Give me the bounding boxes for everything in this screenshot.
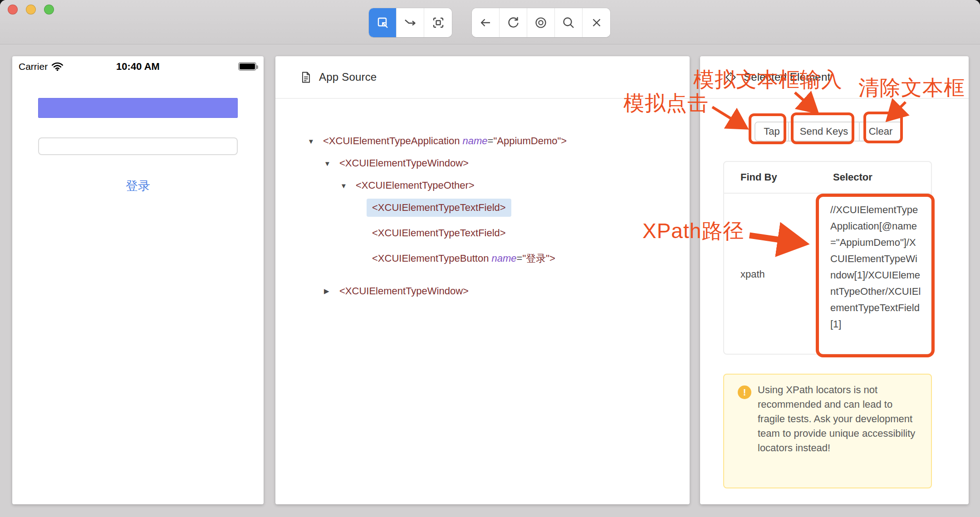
tree-node-label: <XCUIElementTypeWindow>: [334, 154, 474, 172]
tree-node[interactable]: <XCUIElementTypeTextField>: [275, 223, 690, 243]
status-bar-time: 10:40 AM: [12, 61, 264, 73]
back-button[interactable]: [472, 8, 500, 37]
find-by-value: xpath: [724, 194, 819, 355]
device-screenshot-panel[interactable]: Carrier 10:40 AM 登录: [12, 56, 264, 504]
battery-icon: [238, 62, 256, 71]
quit-session-button[interactable]: [583, 8, 610, 37]
selected-element-panel: Selected Element Tap Send Keys Clear Fin…: [700, 56, 969, 504]
tree-node[interactable]: <XCUIElementTypeTextField>: [275, 198, 690, 218]
xpath-selector-value: //XCUIElementTypeApplication[@name="Appi…: [830, 202, 922, 332]
selector-header: Selector: [819, 171, 872, 183]
tree-node[interactable]: <XCUIElementTypeButton name="登录">: [275, 249, 690, 268]
locator-table-header: Find By Selector: [724, 162, 931, 194]
toolbar-group-2: [472, 8, 610, 37]
refresh-source-button[interactable]: [500, 8, 527, 37]
toolbar-group-1: [369, 8, 452, 37]
back-icon: [478, 15, 493, 30]
minimize-window-button[interactable]: [26, 5, 36, 15]
swipe-by-coordinates-button[interactable]: [397, 8, 424, 37]
close-window-button[interactable]: [8, 5, 18, 15]
tree-node[interactable]: ▼<XCUIElementTypeWindow>: [275, 153, 690, 173]
titlebar: [0, 0, 980, 44]
tree-node-label: <XCUIElementTypeButton name="登录">: [367, 249, 561, 268]
search-for-element-button[interactable]: [555, 8, 583, 37]
appium-inspector-window: Carrier 10:40 AM 登录: [0, 0, 980, 517]
selected-element-header: Selected Element: [700, 56, 969, 99]
main-content: Carrier 10:40 AM 登录: [0, 44, 980, 517]
exclamation-circle-icon: !: [738, 385, 751, 399]
tree-node-label: <XCUIElementTypeTextField>: [367, 224, 511, 242]
quit-session-icon: [589, 15, 604, 30]
app-source-header: App Source: [275, 56, 690, 99]
screenshot-eye-icon: [534, 15, 548, 30]
source-tree: ▼<XCUIElementTypeApplication name="Appiu…: [275, 99, 690, 301]
app-source-title: App Source: [319, 71, 377, 83]
tree-node-label: <XCUIElementTypeWindow>: [334, 282, 474, 300]
tree-node[interactable]: ▶<XCUIElementTypeWindow>: [275, 281, 690, 301]
clear-button[interactable]: Clear: [860, 122, 902, 141]
highlighted-textfield[interactable]: [38, 98, 238, 118]
refresh-source-icon: [506, 15, 520, 30]
tap-button[interactable]: Tap: [755, 122, 789, 141]
send-keys-button[interactable]: Send Keys: [789, 122, 860, 141]
second-textfield[interactable]: [38, 137, 238, 155]
select-elements-button[interactable]: [369, 8, 397, 37]
tap-by-coordinates-button[interactable]: [424, 8, 452, 37]
xpath-warning-alert: ! Using XPath locators is not recommende…: [723, 374, 932, 488]
locator-table: Find By Selector xpath //XCUIElementType…: [723, 161, 932, 355]
app-source-panel: App Source ▼<XCUIElementTypeApplication …: [275, 56, 690, 504]
tag-icon: [725, 71, 737, 83]
swipe-by-coordinates-icon: [403, 15, 417, 30]
tree-node-label: <XCUIElementTypeOther>: [350, 176, 480, 195]
tree-node-label: <XCUIElementTypeApplication name="Appium…: [318, 132, 572, 150]
screenshot-eye-button[interactable]: [527, 8, 555, 37]
selected-element-title: Selected Element: [744, 71, 830, 83]
select-elements-icon: [375, 15, 390, 30]
find-by-header: Find By: [724, 171, 819, 183]
locator-table-row[interactable]: xpath //XCUIElementTypeApplication[@name…: [724, 194, 931, 355]
device-status-bar: Carrier 10:40 AM: [12, 60, 264, 73]
tap-by-coordinates-icon: [431, 15, 446, 30]
tree-node[interactable]: ▼<XCUIElementTypeOther>: [275, 176, 690, 195]
tree-node[interactable]: ▼<XCUIElementTypeApplication name="Appiu…: [275, 131, 690, 151]
element-actions-group: Tap Send Keys Clear: [755, 122, 902, 141]
selector-cell: //XCUIElementTypeApplication[@name="Appi…: [819, 194, 924, 355]
file-text-icon: [300, 71, 312, 83]
search-for-element-icon: [561, 15, 576, 30]
login-button[interactable]: 登录: [12, 178, 264, 194]
xpath-warning-text: Using XPath locators is not recommended …: [758, 383, 922, 480]
tree-node-label-selected: <XCUIElementTypeTextField>: [367, 199, 511, 217]
zoom-window-button[interactable]: [44, 5, 54, 15]
